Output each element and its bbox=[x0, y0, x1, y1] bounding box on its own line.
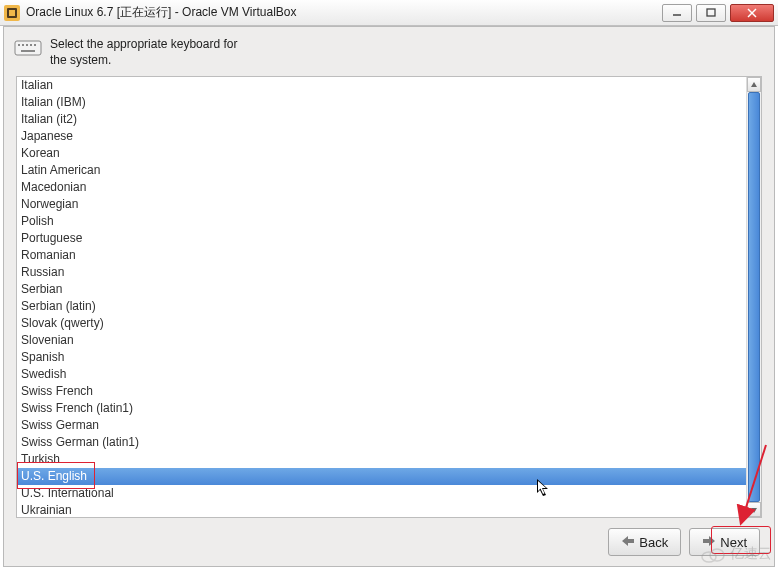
scrollbar[interactable] bbox=[746, 77, 761, 517]
next-button[interactable]: Next bbox=[689, 528, 760, 556]
scroll-up-button[interactable] bbox=[747, 77, 761, 92]
keyboard-icon bbox=[14, 37, 42, 57]
arrow-right-icon bbox=[702, 535, 716, 550]
list-item[interactable]: Polish bbox=[17, 213, 746, 230]
svg-rect-10 bbox=[26, 44, 28, 46]
titlebar: Oracle Linux 6.7 [正在运行] - Oracle VM Virt… bbox=[0, 0, 778, 26]
maximize-button[interactable] bbox=[696, 4, 726, 22]
installer-panel: Select the appropriate keyboard for the … bbox=[3, 26, 775, 567]
svg-rect-11 bbox=[30, 44, 32, 46]
svg-rect-8 bbox=[18, 44, 20, 46]
svg-marker-15 bbox=[751, 508, 757, 513]
scroll-down-button[interactable] bbox=[747, 502, 761, 517]
list-item[interactable]: Italian bbox=[17, 77, 746, 94]
list-item[interactable]: Swiss French bbox=[17, 383, 746, 400]
scroll-thumb[interactable] bbox=[748, 92, 760, 502]
back-label: Back bbox=[639, 535, 668, 550]
svg-rect-12 bbox=[34, 44, 36, 46]
footer: Back Next bbox=[4, 518, 774, 566]
list-item[interactable]: Italian (it2) bbox=[17, 111, 746, 128]
list-item[interactable]: Russian bbox=[17, 264, 746, 281]
list-item[interactable]: Italian (IBM) bbox=[17, 94, 746, 111]
list-item[interactable]: Serbian (latin) bbox=[17, 298, 746, 315]
arrow-left-icon bbox=[621, 535, 635, 550]
list-item[interactable]: Slovenian bbox=[17, 332, 746, 349]
list-item[interactable]: Ukrainian bbox=[17, 502, 746, 517]
header: Select the appropriate keyboard for the … bbox=[4, 27, 774, 76]
scroll-track[interactable] bbox=[747, 92, 761, 502]
list-item[interactable]: Latin American bbox=[17, 162, 746, 179]
list-item[interactable]: Swiss French (latin1) bbox=[17, 400, 746, 417]
list-item[interactable]: Swiss German (latin1) bbox=[17, 434, 746, 451]
window-controls bbox=[658, 4, 774, 22]
next-label: Next bbox=[720, 535, 747, 550]
close-button[interactable] bbox=[730, 4, 774, 22]
svg-rect-2 bbox=[9, 10, 15, 16]
list-item[interactable]: U.S. International bbox=[17, 485, 746, 502]
list-item[interactable]: Spanish bbox=[17, 349, 746, 366]
list-item[interactable]: U.S. English bbox=[17, 468, 746, 485]
svg-rect-9 bbox=[22, 44, 24, 46]
list-item[interactable]: Romanian bbox=[17, 247, 746, 264]
header-text: Select the appropriate keyboard for the … bbox=[50, 37, 237, 68]
list-item[interactable]: Slovak (qwerty) bbox=[17, 315, 746, 332]
svg-rect-13 bbox=[21, 50, 35, 52]
header-line1: Select the appropriate keyboard for bbox=[50, 37, 237, 53]
svg-marker-16 bbox=[622, 536, 634, 546]
back-button[interactable]: Back bbox=[608, 528, 681, 556]
list-item[interactable]: Norwegian bbox=[17, 196, 746, 213]
minimize-button[interactable] bbox=[662, 4, 692, 22]
list-item[interactable]: Korean bbox=[17, 145, 746, 162]
list-item[interactable]: Serbian bbox=[17, 281, 746, 298]
header-line2: the system. bbox=[50, 53, 237, 69]
list-item[interactable]: Macedonian bbox=[17, 179, 746, 196]
svg-rect-7 bbox=[15, 41, 41, 55]
svg-rect-4 bbox=[707, 9, 715, 16]
list-item[interactable]: Portuguese bbox=[17, 230, 746, 247]
keyboard-list[interactable]: ItalianItalian (IBM)Italian (it2)Japanes… bbox=[16, 76, 762, 518]
list-item[interactable]: Japanese bbox=[17, 128, 746, 145]
list-item[interactable]: Turkish bbox=[17, 451, 746, 468]
list-item[interactable]: Swiss German bbox=[17, 417, 746, 434]
vbox-icon bbox=[4, 5, 20, 21]
list-viewport: ItalianItalian (IBM)Italian (it2)Japanes… bbox=[17, 77, 746, 517]
svg-marker-17 bbox=[703, 536, 715, 546]
window-title: Oracle Linux 6.7 [正在运行] - Oracle VM Virt… bbox=[26, 4, 658, 21]
list-item[interactable]: Swedish bbox=[17, 366, 746, 383]
svg-marker-14 bbox=[751, 82, 757, 87]
